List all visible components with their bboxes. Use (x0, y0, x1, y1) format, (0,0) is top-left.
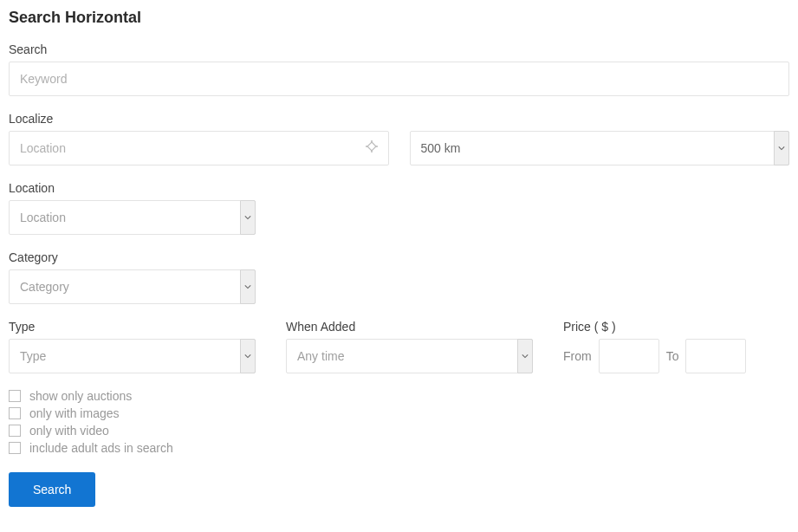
category-group: Category Category (9, 250, 789, 304)
location-group: Location Location (9, 181, 789, 235)
checkbox-adult[interactable] (9, 442, 21, 454)
type-label: Type (9, 320, 269, 334)
price-to-label: To (666, 349, 679, 363)
price-group: Price ( $ ) From To (563, 320, 746, 373)
checkbox-group: show only auctions only with images only… (9, 389, 789, 455)
search-label: Search (9, 42, 789, 56)
price-to-input[interactable] (685, 339, 746, 373)
checkbox-adult-label[interactable]: include adult ads in search (29, 441, 173, 455)
localize-group: Localize 500 km (9, 112, 789, 165)
checkbox-video[interactable] (9, 425, 21, 437)
page-title: Search Horizontal (9, 9, 789, 27)
category-select[interactable]: Category (9, 269, 256, 304)
geolocate-icon[interactable] (365, 139, 379, 157)
search-button[interactable]: Search (9, 472, 95, 507)
category-label: Category (9, 250, 789, 264)
checkbox-images-label[interactable]: only with images (29, 406, 120, 420)
checkbox-auctions-label[interactable]: show only auctions (29, 389, 132, 403)
search-group: Search (9, 42, 789, 96)
type-select[interactable]: Type (9, 339, 256, 373)
localize-label: Localize (9, 112, 789, 126)
location-select[interactable]: Location (9, 200, 256, 235)
keyword-input[interactable] (9, 62, 789, 96)
when-added-group: When Added Any time (286, 320, 546, 373)
checkbox-auctions[interactable] (9, 390, 21, 402)
checkbox-video-label[interactable]: only with video (29, 424, 109, 438)
localize-input[interactable] (9, 131, 389, 165)
type-group: Type Type (9, 320, 269, 373)
when-added-label: When Added (286, 320, 546, 334)
distance-select[interactable]: 500 km (410, 131, 790, 165)
price-from-input[interactable] (599, 339, 659, 373)
location-label: Location (9, 181, 789, 195)
price-from-label: From (563, 349, 592, 363)
price-label: Price ( $ ) (563, 320, 746, 334)
checkbox-images[interactable] (9, 407, 21, 419)
when-added-select[interactable]: Any time (286, 339, 533, 373)
